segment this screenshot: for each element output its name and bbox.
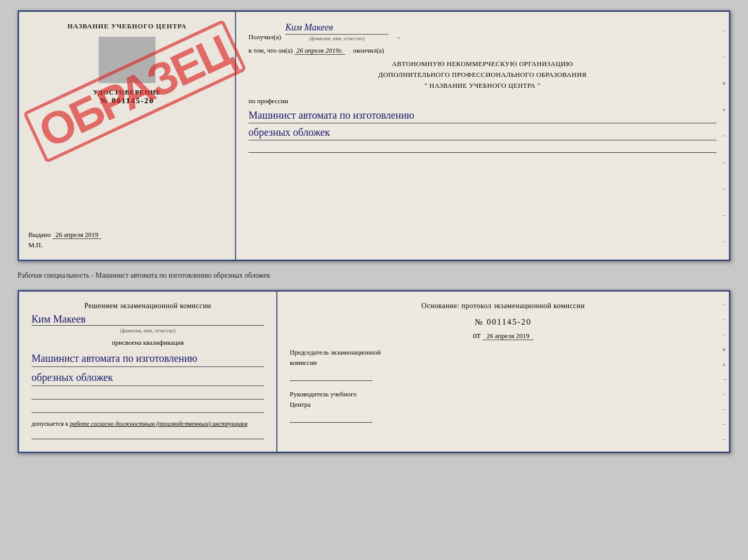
edge-mark-a: а: [723, 106, 728, 112]
poluchil-row: Получил(а) Ким Макеев (фамилия, имя, отч…: [248, 22, 716, 41]
predsedatel-label: Председатель экзаменационной: [290, 347, 716, 358]
edge-mark-1: –: [723, 27, 728, 33]
edge-mark-i: и: [723, 80, 728, 86]
photo-placeholder: [99, 37, 155, 83]
centr-label: Центра: [290, 399, 716, 410]
udostoverenie-number: № 001145-20: [28, 97, 226, 105]
fio-hint-bottom: (фамилия, имя, отчество): [32, 328, 264, 333]
doc-bottom-left: Решением экзаменационной комиссии Ким Ма…: [19, 292, 277, 452]
predsedatel-sign-line: [290, 371, 372, 381]
org-block: АВТОНОМНУЮ НЕКОММЕРЧЕСКУЮ ОРГАНИЗАЦИЮ ДО…: [248, 59, 716, 91]
vt-label: в том, что он(а): [248, 46, 293, 54]
prisvoena-label: присвоена квалификация: [32, 339, 264, 347]
poluchil-label: Получил(а): [248, 33, 281, 41]
vt-line: в том, что он(а) 26 апреля 2019г. окончи…: [248, 46, 716, 55]
kvali-line2: обрезных обложек: [32, 369, 264, 386]
separator-text: Рабочая специальность - Машинист автомат…: [18, 269, 730, 282]
komissia-label: комиссии: [290, 358, 716, 368]
profession-line1: Машинист автомата по изготовлению: [248, 107, 716, 123]
mp-line: М.П.: [28, 241, 226, 249]
dopuskaetsya-row: допускается к работе согласно должностны…: [32, 420, 264, 428]
dopuskaetsya-underline: [32, 428, 264, 439]
date-value: 26 апреля 2019г.: [294, 46, 345, 55]
reshenie-label: Решением экзаменационной комиссии: [32, 302, 264, 310]
dopuskaetsya-label: допускается к: [32, 420, 68, 427]
edge-mark-3: –: [723, 159, 728, 165]
kvali-line1: Машинист автомата по изготовлению: [32, 350, 264, 367]
po-professii-label: по профессии: [248, 97, 716, 105]
doc-bottom-right: Основание: протокол экзаменационной коми…: [277, 292, 729, 452]
predsedatel-block: Председатель экзаменационной комиссии: [290, 347, 716, 381]
udostoverenie-label: УДОСТОВЕРЕНИЕ: [28, 88, 226, 97]
edge-mark-5: –: [723, 212, 728, 218]
document-bottom: Решением экзаменационной комиссии Ким Ма…: [18, 290, 730, 453]
kvali-underline2: [32, 402, 264, 413]
profession-line2: обрезных обложек: [248, 124, 716, 140]
top-left-title: НАЗВАНИЕ УЧЕБНОГО ЦЕНТРА: [28, 22, 226, 30]
ot-date: 26 апреля 2019: [482, 332, 534, 340]
komissia-name: Ким Макеев: [32, 313, 264, 326]
udostoverenie-block: УДОСТОВЕРЕНИЕ № 001145-20: [28, 88, 226, 105]
ot-date-row: от 26 апреля 2019: [290, 331, 716, 340]
bottom-right-edge-marks: – – – и а ← – – – –: [723, 292, 728, 452]
vydano-date: 26 апреля 2019: [53, 231, 102, 239]
document-top: НАЗВАНИЕ УЧЕБНОГО ЦЕНТРА УДОСТОВЕРЕНИЕ №…: [18, 10, 730, 261]
vydano-label: Выдано: [28, 231, 51, 238]
osnovanie-label: Основание: протокол экзаменационной коми…: [290, 302, 716, 310]
poluchil-name: Ким Макеев: [285, 22, 388, 35]
fio-hint-top: (фамилия, имя, отчество): [285, 36, 388, 41]
doc-top-right: Получил(а) Ким Макеев (фамилия, имя, отч…: [236, 12, 729, 260]
kvali-underline1: [32, 388, 264, 399]
vydano-line: Выдано 26 апреля 2019: [28, 231, 226, 239]
underline-spare1: [248, 141, 716, 153]
org-name: НАЗВАНИЕ УЧЕБНОГО ЦЕНТРА: [429, 82, 535, 89]
edge-mark-4: –: [723, 186, 728, 191]
org-quote2: ": [537, 82, 540, 89]
rukovoditel-block: Руководитель учебного Центра: [290, 389, 716, 423]
protocol-number: № 001145-20: [290, 317, 716, 327]
rukovoditel-label: Руководитель учебного: [290, 389, 716, 399]
doc-top-left: НАЗВАНИЕ УЧЕБНОГО ЦЕНТРА УДОСТОВЕРЕНИЕ №…: [19, 12, 236, 260]
org-name-line: " НАЗВАНИЕ УЧЕБНОГО ЦЕНТРА ": [248, 81, 716, 91]
right-edge-marks: – – и а ← – – – –: [723, 12, 728, 260]
dopuskaetsya-value: работе согласно должностным (производств…: [70, 420, 247, 427]
org-quote1: ": [425, 82, 428, 89]
edge-mark-6: –: [723, 238, 728, 244]
org-line1: АВТОНОМНУЮ НЕКОММЕРЧЕСКУЮ ОРГАНИЗАЦИЮ: [248, 59, 716, 70]
okonchil-label: окончил(а): [353, 46, 384, 54]
rukovoditel-sign-line: [290, 412, 372, 423]
ot-label: от: [473, 331, 480, 340]
edge-mark-l: ←: [723, 133, 728, 138]
org-line2: ДОПОЛНИТЕЛЬНОГО ПРОФЕССИОНАЛЬНОГО ОБРАЗО…: [248, 70, 716, 81]
edge-mark-2: –: [723, 54, 728, 59]
